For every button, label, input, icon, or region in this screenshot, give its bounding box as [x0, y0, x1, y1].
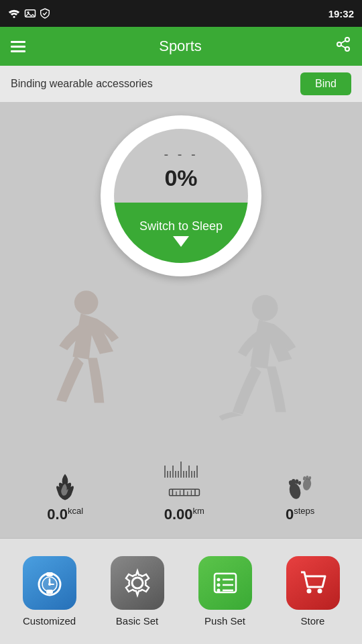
svg-line-6 — [341, 46, 346, 48]
status-time: 19:32 — [328, 8, 354, 19]
gauge-percent: 0% — [164, 165, 197, 191]
binding-bar: Binding wearable accessories Bind — [0, 66, 362, 102]
nav-basic-set[interactable]: Basic Set — [101, 556, 174, 627]
share-icon[interactable] — [335, 36, 351, 56]
ruler-icon — [168, 483, 200, 502]
footprint-icon — [286, 475, 315, 502]
calories-value: 0.0kcal — [47, 506, 83, 523]
svg-point-43 — [317, 589, 322, 594]
flame-icon — [52, 472, 78, 502]
shield-icon — [40, 8, 50, 19]
distance-stat: 0.00km — [164, 483, 204, 523]
header-title: Sports — [159, 38, 202, 55]
svg-line-7 — [341, 41, 346, 44]
stats-row: 0.0kcal 0.00km — [0, 472, 362, 523]
push-set-icon-bg — [198, 556, 252, 610]
svg-rect-28 — [46, 572, 53, 576]
basic-set-icon-bg — [111, 556, 164, 610]
list-icon — [209, 567, 241, 599]
svg-point-5 — [345, 47, 349, 51]
gauge-inner: - - - 0% Switch to Sleep — [114, 129, 248, 263]
nav-customized[interactable]: Customized — [13, 556, 86, 627]
store-icon-bg — [286, 556, 340, 610]
gauge-top: - - - 0% — [114, 129, 248, 203]
app-header: Sports — [0, 27, 362, 66]
gauge-outer-ring: - - - 0% Switch to Sleep — [101, 115, 261, 276]
distance-value: 0.00km — [164, 506, 204, 523]
wifi-icon — [8, 9, 20, 18]
switch-to-sleep-label: Switch to Sleep — [139, 219, 223, 233]
svg-point-3 — [345, 38, 349, 42]
svg-point-21 — [295, 479, 299, 484]
svg-point-38 — [217, 584, 220, 587]
gauge-bottom[interactable]: Switch to Sleep — [114, 203, 248, 263]
svg-point-33 — [48, 583, 51, 586]
steps-value: 0steps — [286, 506, 314, 523]
status-bar: 19:32 — [0, 0, 362, 27]
svg-point-40 — [217, 589, 220, 592]
basic-set-label: Basic Set — [116, 615, 158, 627]
binding-label: Binding wearable accessories — [11, 78, 153, 90]
watch-icon — [34, 567, 66, 599]
main-content: - - - 0% Switch to Sleep — [0, 102, 362, 644]
gauge-dashes: - - - — [164, 147, 198, 162]
calories-stat: 0.0kcal — [47, 472, 83, 523]
svg-point-42 — [306, 589, 311, 594]
menu-icon[interactable] — [11, 41, 25, 52]
push-set-label: Push Set — [204, 615, 245, 627]
gear-icon — [121, 567, 154, 599]
activity-gauge[interactable]: - - - 0% Switch to Sleep — [101, 115, 261, 276]
svg-point-0 — [13, 16, 15, 18]
customized-label: Customized — [23, 615, 76, 627]
svg-point-36 — [217, 578, 220, 582]
status-left-icons — [8, 8, 50, 19]
bind-button[interactable]: Bind — [300, 72, 351, 95]
svg-point-4 — [337, 42, 341, 46]
nav-store[interactable]: Store — [276, 556, 350, 627]
steps-stat: 0steps — [286, 475, 315, 523]
bottom-nav: Customized Basic Set — [0, 538, 362, 644]
image-icon — [24, 9, 36, 18]
svg-point-8 — [74, 290, 99, 315]
nav-push-set[interactable]: Push Set — [188, 556, 262, 627]
cart-icon — [297, 567, 329, 599]
store-label: Store — [301, 615, 325, 627]
customized-icon-bg — [23, 556, 76, 610]
svg-point-34 — [132, 578, 143, 588]
svg-point-9 — [252, 295, 278, 321]
arrow-down-icon — [173, 236, 189, 247]
share-svg — [335, 36, 351, 52]
